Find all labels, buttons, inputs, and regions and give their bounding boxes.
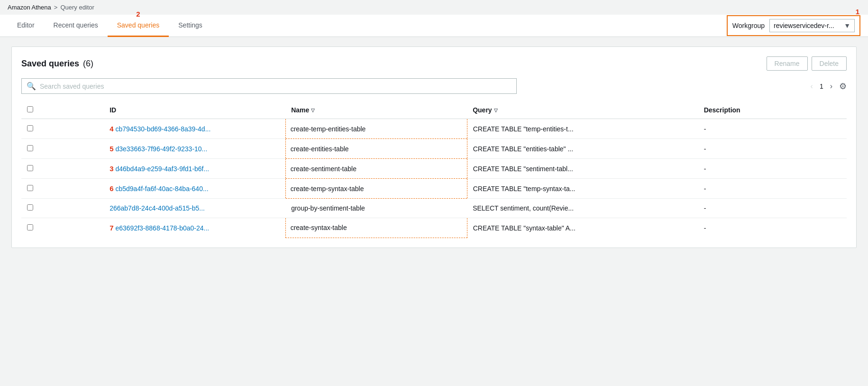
name-sort-icon: ▽ <box>311 108 315 113</box>
search-input[interactable] <box>40 83 512 90</box>
panel-actions: Rename Delete <box>767 56 847 71</box>
row-id-link[interactable]: e63692f3-8868-4178-b0a0-24... <box>115 224 209 232</box>
breadcrumb-current: Query editor <box>60 4 94 11</box>
next-page-button[interactable]: › <box>827 81 835 92</box>
th-query: Query ▽ <box>467 101 698 119</box>
row-name-cell: create-sentiment-table <box>285 159 467 179</box>
row-description-cell: - <box>698 199 847 218</box>
tab-saved-queries[interactable]: 2 Saved queries <box>108 15 169 37</box>
row-query-cell: CREATE TABLE "entities-table" ... <box>467 139 698 159</box>
table-body: 4cb794530-bd69-4366-8a39-4d...create-tem… <box>21 119 847 238</box>
main-content: Saved queries (6) Rename Delete 🔍 ‹ 1 › … <box>0 37 868 366</box>
search-bar: 🔍 <box>21 78 517 94</box>
top-nav: Editor Recent queries 2 Saved queries Se… <box>0 15 868 37</box>
table-header-row: ID Name ▽ Query ▽ <box>21 101 847 119</box>
row-description-cell: - <box>698 218 847 238</box>
workgroup-area: 1 Workgroup reviewservicedev-r... ▼ <box>727 15 860 36</box>
page-number: 1 <box>820 83 823 90</box>
workgroup-label: Workgroup <box>732 22 765 29</box>
panel-header: Saved queries (6) Rename Delete <box>21 56 847 71</box>
row-name-cell: create-temp-syntax-table <box>285 179 467 199</box>
select-all-checkbox[interactable] <box>27 106 33 112</box>
th-name: Name ▽ <box>285 101 467 119</box>
saved-queries-panel: Saved queries (6) Rename Delete 🔍 ‹ 1 › … <box>11 46 857 248</box>
annotation-1: 1 <box>856 8 859 16</box>
panel-title: Saved queries (6) <box>21 59 93 69</box>
table-row: 3d46bd4a9-e259-4af3-9fd1-b6f...create-se… <box>21 159 847 179</box>
query-sort-icon: ▽ <box>494 108 498 113</box>
th-description: Description <box>698 101 847 119</box>
delete-button[interactable]: Delete <box>812 56 847 71</box>
row-description-cell: - <box>698 179 847 199</box>
rename-button[interactable]: Rename <box>767 56 808 71</box>
th-checkbox <box>21 101 104 119</box>
row-id-cell: 6cb5d9a4f-fa6f-40ac-84ba-640... <box>104 179 285 199</box>
table-row: 4cb794530-bd69-4366-8a39-4d...create-tem… <box>21 119 847 139</box>
row-annotation: 4 <box>110 125 113 133</box>
table-row: 6cb5d9a4f-fa6f-40ac-84ba-640...create-te… <box>21 179 847 199</box>
row-query-cell: CREATE TABLE "sentiment-tabl... <box>467 159 698 179</box>
workgroup-value: reviewservicedev-r... <box>774 22 842 29</box>
row-checkbox[interactable] <box>27 185 33 191</box>
row-id-link[interactable]: cb5d9a4f-fa6f-40ac-84ba-640... <box>115 185 208 193</box>
row-id-link[interactable]: cb794530-bd69-4366-8a39-4d... <box>115 125 210 133</box>
row-annotation: 6 <box>110 184 113 193</box>
row-name-cell: create-temp-entities-table <box>285 119 467 139</box>
row-annotation: 5 <box>110 145 113 153</box>
breadcrumb-home[interactable]: Amazon Athena <box>8 4 51 11</box>
row-checkbox[interactable] <box>27 165 33 171</box>
row-id-cell: 7e63692f3-8868-4178-b0a0-24... <box>104 218 285 238</box>
row-query-cell: CREATE TABLE "temp-entities-t... <box>467 119 698 139</box>
row-checkbox-cell <box>21 159 104 179</box>
row-id-link[interactable]: 266ab7d8-24c4-400d-a515-b5... <box>110 204 205 212</box>
th-id: ID <box>104 101 285 119</box>
workgroup-select[interactable]: reviewservicedev-r... ▼ <box>769 19 855 32</box>
row-checkbox[interactable] <box>27 204 33 211</box>
row-description-cell: - <box>698 139 847 159</box>
row-query-cell: CREATE TABLE "temp-syntax-ta... <box>467 179 698 199</box>
row-description-cell: - <box>698 159 847 179</box>
tab-bar: Editor Recent queries 2 Saved queries Se… <box>8 15 727 37</box>
queries-table: ID Name ▽ Query ▽ <box>21 101 847 238</box>
row-query-cell: CREATE TABLE "syntax-table" A... <box>467 218 698 238</box>
row-checkbox-cell <box>21 179 104 199</box>
row-id-cell: 4cb794530-bd69-4366-8a39-4d... <box>104 119 285 139</box>
row-name-cell: create-entities-table <box>285 139 467 159</box>
row-id-link[interactable]: d46bd4a9-e259-4af3-9fd1-b6f... <box>115 165 209 173</box>
search-bar-row: 🔍 ‹ 1 › ⚙ <box>21 78 847 94</box>
breadcrumb: Amazon Athena > Query editor <box>0 0 868 15</box>
tab-recent-queries[interactable]: Recent queries <box>44 15 108 37</box>
row-checkbox[interactable] <box>27 224 33 230</box>
row-annotation: 7 <box>110 224 113 232</box>
row-checkbox[interactable] <box>27 145 33 151</box>
row-id-cell: 3d46bd4a9-e259-4af3-9fd1-b6f... <box>104 159 285 179</box>
search-icon: 🔍 <box>27 82 36 91</box>
tab-settings[interactable]: Settings <box>169 15 212 37</box>
row-checkbox-cell <box>21 119 104 139</box>
row-checkbox[interactable] <box>27 125 33 131</box>
chevron-down-icon: ▼ <box>844 22 850 29</box>
row-name-cell: group-by-sentiment-table <box>285 199 467 218</box>
row-checkbox-cell <box>21 218 104 238</box>
row-id-cell: 5d3e33663-7f96-49f2-9233-10... <box>104 139 285 159</box>
table-row: 266ab7d8-24c4-400d-a515-b5...group-by-se… <box>21 199 847 218</box>
row-checkbox-cell <box>21 139 104 159</box>
row-description-cell: - <box>698 119 847 139</box>
prev-page-button[interactable]: ‹ <box>808 81 816 92</box>
row-id-link[interactable]: d3e33663-7f96-49f2-9233-10... <box>115 145 207 153</box>
row-name-cell: create-syntax-table <box>285 218 467 238</box>
table-settings-icon[interactable]: ⚙ <box>839 81 847 92</box>
row-query-cell: SELECT sentiment, count(Revie... <box>467 199 698 218</box>
row-checkbox-cell <box>21 199 104 218</box>
table-row: 5d3e33663-7f96-49f2-9233-10...create-ent… <box>21 139 847 159</box>
tab-editor[interactable]: Editor <box>8 15 44 37</box>
table-row: 7e63692f3-8868-4178-b0a0-24...create-syn… <box>21 218 847 238</box>
annotation-2: 2 <box>136 10 140 18</box>
row-annotation: 3 <box>110 165 113 173</box>
row-id-cell: 266ab7d8-24c4-400d-a515-b5... <box>104 199 285 218</box>
breadcrumb-separator: > <box>54 4 58 11</box>
pagination-controls: ‹ 1 › ⚙ <box>808 81 847 92</box>
